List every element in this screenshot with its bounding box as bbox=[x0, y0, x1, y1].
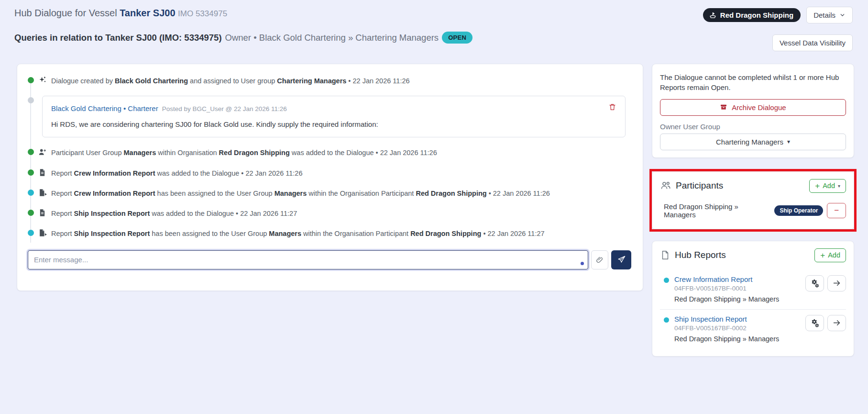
archive-dialogue-button[interactable]: Archive Dialogue bbox=[660, 99, 846, 116]
timeline-event: Report Ship Inspection Report was added … bbox=[28, 208, 631, 218]
message-author-link[interactable]: Black Gold Chartering • Charterer bbox=[51, 104, 158, 112]
archive-dialogue-label: Archive Dialogue bbox=[732, 103, 786, 112]
hub-report-item: Crew Information Report04FFB-V005167BF-0… bbox=[660, 270, 846, 309]
file-icon bbox=[38, 168, 47, 177]
dialogue-card: Dialogue created by Black Gold Charterin… bbox=[17, 64, 643, 291]
trash-icon bbox=[608, 103, 616, 111]
vessel-name: Tanker SJ00 bbox=[120, 8, 175, 18]
open-report-button[interactable] bbox=[827, 315, 846, 331]
resize-grip-icon[interactable] bbox=[581, 262, 584, 265]
timeline-event-text: Report Ship Inspection Report was added … bbox=[51, 208, 297, 218]
participants-panel: Participants + Add ▾ Red Dragon Shipping… bbox=[652, 171, 854, 229]
plus-icon: + bbox=[815, 182, 820, 190]
attach-file-button[interactable] bbox=[591, 250, 608, 269]
hub-report-item: Ship Inspection Report04FFB-V005167BF-00… bbox=[660, 309, 846, 349]
add-participant-button[interactable]: + Add ▾ bbox=[809, 179, 846, 193]
send-message-button[interactable] bbox=[611, 250, 631, 269]
owner-user-group-value: Chartering Managers bbox=[716, 138, 783, 146]
participant-name: Red Dragon Shipping » Managers bbox=[664, 202, 770, 219]
timeline-event: Report Crew Information Report has been … bbox=[28, 188, 631, 198]
timeline-event-text: Dialogue created by Black Gold Charterin… bbox=[51, 76, 410, 86]
message-body: Hi RDS, we are considering chartering SJ… bbox=[51, 120, 616, 128]
plus-icon: + bbox=[820, 251, 825, 259]
ship-icon bbox=[709, 11, 717, 19]
dialogue-status-panel: The Dialogue cannot be completed whilst … bbox=[652, 64, 854, 158]
add-hub-report-label: Add bbox=[828, 251, 840, 259]
timeline-event: Report Crew Information Report was added… bbox=[28, 168, 631, 178]
open-report-button[interactable] bbox=[827, 275, 846, 291]
hub-reports-title: Hub Reports bbox=[675, 250, 726, 260]
message-posted-meta: Posted by BGC_User @ 22 Jan 2026 11:26 bbox=[162, 105, 287, 112]
vessel-imo: IMO 5334975 bbox=[178, 9, 227, 18]
dialogue-context: Owner • Black Gold Chartering » Charteri… bbox=[225, 33, 439, 43]
details-button[interactable]: Details bbox=[806, 7, 853, 23]
role-badge: Ship Operator bbox=[774, 205, 823, 216]
add-participant-label: Add bbox=[823, 182, 835, 190]
timeline-event-text: Report Crew Information Report has been … bbox=[51, 188, 550, 198]
owner-user-group-label: Owner User Group bbox=[660, 123, 846, 131]
page-title: Hub Dialogue for Vessel Tanker SJ00 IMO … bbox=[14, 8, 227, 19]
timeline-dot bbox=[28, 97, 34, 103]
participants-title: Participants bbox=[676, 180, 723, 191]
hub-report-status-dot bbox=[664, 317, 669, 323]
arrow-right-icon bbox=[832, 279, 841, 288]
vessel-data-visibility-label: Vessel Data Visibility bbox=[780, 39, 846, 47]
page-title-prefix: Hub Dialogue for Vessel bbox=[14, 8, 117, 18]
hub-report-title-link[interactable]: Ship Inspection Report bbox=[674, 315, 779, 323]
hub-report-info: Crew Information Report04FFB-V005167BF-0… bbox=[674, 275, 779, 303]
message-card: Black Gold Chartering • ChartererPosted … bbox=[42, 96, 626, 137]
details-button-label: Details bbox=[813, 11, 835, 19]
sidebar: The Dialogue cannot be completed whilst … bbox=[652, 64, 854, 357]
message-input[interactable] bbox=[28, 250, 588, 269]
dialogue-subheader: Queries in relation to Tanker SJ00 (IMO:… bbox=[14, 32, 472, 44]
hub-reports-list: Crew Information Report04FFB-V005167BF-0… bbox=[660, 270, 846, 349]
delete-message-button[interactable] bbox=[608, 103, 616, 111]
person-plus-icon bbox=[38, 148, 47, 157]
hub-report-status-dot bbox=[664, 278, 669, 283]
timeline-dot bbox=[28, 77, 34, 83]
remove-participant-button[interactable]: − bbox=[827, 203, 846, 218]
vessel-data-visibility-button[interactable]: Vessel Data Visibility bbox=[772, 34, 853, 51]
org-badge-label: Red Dragon Shipping bbox=[720, 11, 793, 19]
participants-list: Red Dragon Shipping » ManagersShip Opera… bbox=[660, 201, 846, 222]
completion-notice: The Dialogue cannot be completed whilst … bbox=[660, 72, 846, 93]
file-arrow-icon bbox=[38, 189, 47, 197]
timeline-event: Participant User Group Managers within O… bbox=[28, 147, 631, 157]
participants-highlight-annotation: Participants + Add ▾ Red Dragon Shipping… bbox=[649, 169, 857, 232]
caret-down-icon: ▾ bbox=[838, 183, 840, 189]
file-icon bbox=[38, 209, 47, 217]
gears-icon bbox=[810, 318, 820, 328]
timeline-dot bbox=[28, 190, 34, 196]
timeline-event-text: Report Crew Information Report was added… bbox=[51, 168, 302, 178]
hub-report-title-link[interactable]: Crew Information Report bbox=[674, 275, 779, 283]
message-composer bbox=[28, 250, 631, 269]
participant-row: Red Dragon Shipping » ManagersShip Opera… bbox=[660, 201, 846, 222]
send-icon bbox=[617, 255, 626, 264]
hub-report-info: Ship Inspection Report04FFB-V005167BF-00… bbox=[674, 315, 779, 343]
file-text-icon bbox=[660, 250, 670, 260]
timeline-dot bbox=[28, 210, 34, 216]
timeline-event-text: Participant User Group Managers within O… bbox=[51, 147, 437, 157]
dialogue-timeline: Dialogue created by Black Gold Charterin… bbox=[28, 76, 631, 239]
org-badge: Red Dragon Shipping bbox=[703, 8, 801, 22]
timeline-event-text: Report Ship Inspection Report has been a… bbox=[51, 228, 545, 238]
status-badge: OPEN bbox=[442, 32, 472, 44]
timeline-event: Dialogue created by Black Gold Charterin… bbox=[28, 76, 631, 86]
owner-user-group-select[interactable]: Chartering Managers ▾ bbox=[660, 134, 846, 150]
arrow-right-icon bbox=[832, 318, 841, 327]
hub-report-assignee: Red Dragon Shipping » Managers bbox=[674, 295, 779, 303]
caret-down-icon: ▾ bbox=[787, 138, 790, 145]
archive-icon bbox=[720, 103, 727, 111]
people-icon bbox=[660, 180, 671, 191]
timeline-message: Black Gold Chartering • ChartererPosted … bbox=[28, 96, 631, 137]
report-settings-button[interactable] bbox=[805, 315, 824, 331]
file-arrow-icon bbox=[38, 229, 47, 237]
add-hub-report-button[interactable]: + Add bbox=[814, 248, 846, 262]
report-settings-button[interactable] bbox=[805, 275, 824, 291]
hub-report-id: 04FFB-V005167BF-0001 bbox=[674, 285, 779, 292]
hub-reports-panel: Hub Reports + Add Crew Information Repor… bbox=[652, 241, 854, 357]
gears-icon bbox=[810, 279, 820, 288]
hub-report-actions bbox=[805, 275, 846, 291]
hub-report-assignee: Red Dragon Shipping » Managers bbox=[674, 335, 779, 343]
timeline-dot bbox=[28, 230, 34, 236]
